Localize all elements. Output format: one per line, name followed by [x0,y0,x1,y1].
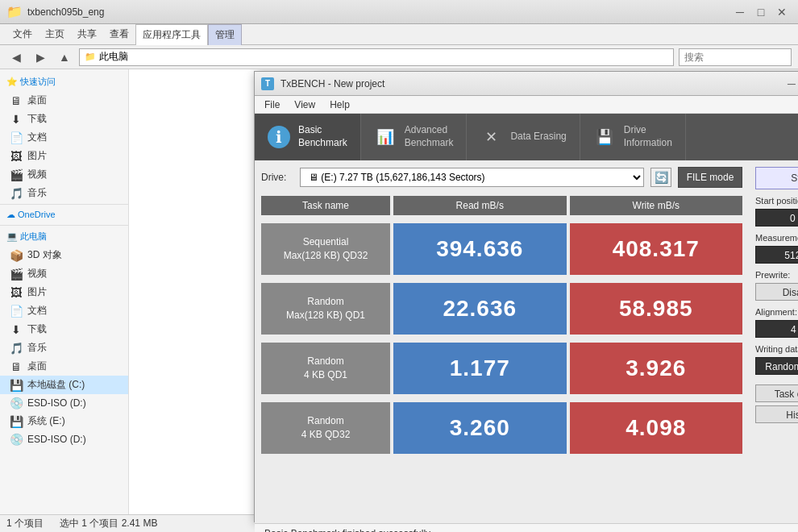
measurement-label: Measurement size: [755,233,798,243]
write-random128: 58.985 [570,283,743,335]
write-random4kb-qd1: 3.926 [570,343,743,394]
sidebar-item-videos2[interactable]: 🎬视频 [0,264,128,283]
address-text: 此电脑 [99,50,128,64]
forward-btn[interactable]: ▶ [31,48,50,66]
ribbon-tab-share[interactable]: 共享 [71,24,103,44]
txbench-menubar: File View Help [255,96,798,114]
up-btn[interactable]: ▲ [55,48,74,66]
tab-basic-benchmark[interactable]: ℹ BasicBenchmark [255,114,361,160]
writing-value[interactable]: Random number [755,357,798,375]
benchmark-row-random4kb-qd1: Random 4 KB QD1 1.177 3.926 [261,343,742,394]
sidebar-item-drivec[interactable]: 💾本地磁盘 (C:) [0,376,128,394]
txbench-title-left: T TxBENCH - New project [261,77,384,90]
txbench-left-panel: Drive: 🖥 (E:) 7.27 TB (15,627,186,143 Se… [255,160,749,523]
file-mode-btn[interactable]: FILE mode [678,167,742,188]
txbench-toolbar: ℹ BasicBenchmark 📊 AdvancedBenchmark ✕ D… [255,114,798,160]
explorer-status-count: 1 个项目 [6,517,44,530]
explorer-title-icon: 📁 [6,4,23,19]
read-random4kb-qd1: 1.177 [393,343,567,394]
write-sequential: 408.317 [570,223,743,275]
search-input[interactable] [679,48,792,66]
sidebar-item-downloads[interactable]: ⬇下载 [0,110,128,128]
task-options-btn[interactable]: Task options [755,384,798,402]
benchmark-row-random128: Random Max(128 KB) QD1 22.636 58.985 [261,283,742,335]
ribbon-tab-file[interactable]: 文件 [6,24,39,44]
txbench-minimize-btn[interactable]: ─ [781,76,798,92]
explorer-window: 📁 txbench095b_eng ─ □ ✕ 文件 主页 共享 查看 应用程序… [0,0,798,532]
sidebar-item-videos[interactable]: 🎬视频 [0,165,128,184]
advanced-benchmark-icon: 📊 [374,126,397,148]
txbench-window: T TxBENCH - New project ─ □ ✕ File View … [254,71,798,522]
explorer-maximize-btn[interactable]: □ [751,3,771,21]
measurement-value[interactable]: 512 MB [755,246,798,264]
menu-help[interactable]: Help [323,98,356,112]
sidebar-item-music2[interactable]: 🎵音乐 [0,339,128,357]
benchmark-row-sequential: Sequential Max(128 KB) QD32 394.636 408.… [261,223,742,275]
txbench-right-panel: Start Start position: 0 MB Measurement s… [749,160,798,523]
sidebar-item-drivee[interactable]: 💾系统 (E:) [0,412,128,430]
prewrite-value[interactable]: Disabled [755,283,798,301]
address-bar[interactable]: 📁 此电脑 [79,48,674,66]
basic-benchmark-label: BasicBenchmark [298,124,347,149]
sidebar-quickaccess-header[interactable]: ⭐ 快速访问 [0,73,128,91]
benchmark-row-random4kb-qd32: Random 4 KB QD32 3.260 4.098 [261,402,742,454]
drive-select[interactable]: 🖥 (E:) 7.27 TB (15,627,186,143 Sectors) [300,168,644,187]
explorer-main: T TxBENCH - New project ─ □ ✕ File View … [129,69,798,532]
sidebar-item-drived2[interactable]: 💿ESD-ISO (D:) [0,430,128,448]
ribbon-tab-manage[interactable]: 管理 [208,24,242,45]
task-random4kb-qd32: Random 4 KB QD32 [261,402,390,454]
col-header-task: Task name [261,196,390,215]
sidebar-item-music[interactable]: 🎵音乐 [0,184,128,202]
sidebar-onedrive-header[interactable]: ☁ OneDrive [0,206,128,223]
start-position-value[interactable]: 0 MB [755,209,798,227]
txbench-icon: T [261,77,274,90]
explorer-titlebar: 📁 txbench095b_eng ─ □ ✕ [0,0,798,24]
sidebar-item-docs[interactable]: 📄文档 [0,128,128,147]
task-random4kb-qd1: Random 4 KB QD1 [261,343,390,394]
sidebar-item-docs2[interactable]: 📄文档 [0,301,128,320]
history-btn[interactable]: History [755,405,798,423]
txbench-titlebar: T TxBENCH - New project ─ □ ✕ [255,72,798,96]
drive-label: Drive: [261,172,293,183]
tab-data-erasing[interactable]: ✕ Data Erasing [467,114,580,160]
back-btn[interactable]: ◀ [6,48,26,66]
sidebar-item-downloads2[interactable]: ⬇下载 [0,320,128,339]
sidebar-item-desktop2[interactable]: 🖥桌面 [0,357,128,376]
read-random128: 22.636 [393,283,567,335]
sidebar-item-3dobjects[interactable]: 📦3D 对象 [0,246,128,264]
sidebar-item-desktop[interactable]: 🖥桌面 [0,91,128,110]
menu-file[interactable]: File [258,98,286,112]
start-button[interactable]: Start [755,167,798,189]
videos-icon: 🎬 [10,168,23,181]
write-random4kb-qd32: 4.098 [570,402,743,454]
ribbon-tab-tools[interactable]: 应用程序工具 [135,24,208,45]
ribbon-tab-view[interactable]: 查看 [103,24,135,44]
task-random128: Random Max(128 KB) QD1 [261,283,390,335]
sidebar-item-pictures[interactable]: 🖼图片 [0,147,128,165]
advanced-benchmark-label: AdvancedBenchmark [405,124,454,149]
tab-advanced-benchmark[interactable]: 📊 AdvancedBenchmark [361,114,468,160]
explorer-sidebar: ⭐ 快速访问 🖥桌面 ⬇下载 📄文档 🖼图片 🎬视频 🎵音乐 ☁ OneDriv… [0,69,129,532]
menu-view[interactable]: View [288,98,322,112]
start-position-label: Start position: [755,196,798,206]
sidebar-thispc-header[interactable]: 💻 此电脑 [0,227,128,246]
drive-refresh-btn[interactable]: 🔄 [650,168,671,187]
tab-drive-info[interactable]: 💾 DriveInformation [580,114,686,160]
alignment-label: Alignment: [755,307,798,317]
pictures-icon: 🖼 [10,150,23,163]
sidebar-item-drived[interactable]: 💿ESD-ISO (D:) [0,394,128,412]
sidebar-item-pictures2[interactable]: 🖼图片 [0,283,128,301]
col-header-write: Write mB/s [570,196,743,215]
explorer-nav: ◀ ▶ ▲ 📁 此电脑 [0,45,798,69]
txbench-statusbar: Basic Benchmark finished successfully. [255,523,798,532]
ribbon-tab-home[interactable]: 主页 [39,24,71,44]
explorer-status-selected: 选中 1 个项目 2.41 MB [60,517,157,530]
music-icon: 🎵 [10,187,23,200]
drive-info-label: DriveInformation [624,124,672,149]
explorer-close-btn[interactable]: ✕ [772,3,792,21]
alignment-value[interactable]: 4 KB [755,320,798,338]
download-icon: ⬇ [10,113,23,126]
explorer-minimize-btn[interactable]: ─ [730,3,750,21]
data-erasing-icon: ✕ [480,126,502,148]
read-sequential: 394.636 [393,223,567,275]
